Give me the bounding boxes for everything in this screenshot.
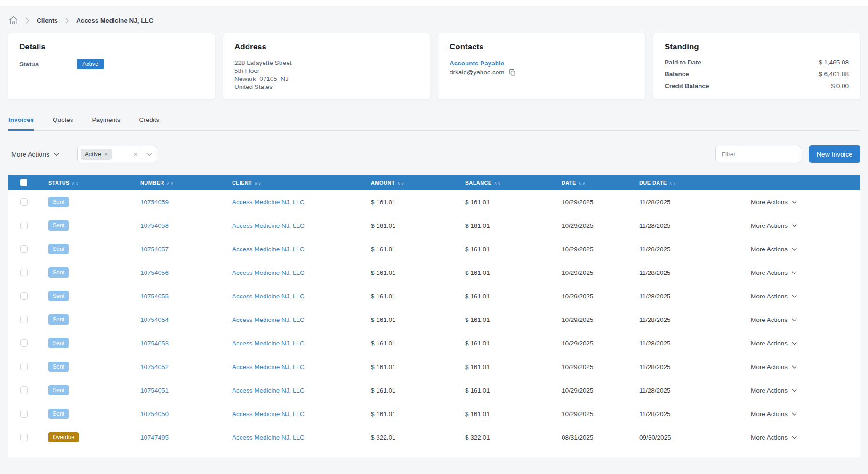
row-more-actions-button[interactable]: More Actions xyxy=(740,246,797,253)
filter-input[interactable] xyxy=(715,146,801,162)
top-strip xyxy=(0,0,868,6)
invoice-client-link[interactable]: Access Medicine NJ, LLC xyxy=(232,199,305,206)
table-row: Sent 10754054 Access Medicine NJ, LLC $ … xyxy=(8,308,860,331)
row-checkbox[interactable] xyxy=(20,386,28,394)
row-more-actions-button[interactable]: More Actions xyxy=(740,199,797,206)
invoice-client-link[interactable]: Access Medicine NJ, LLC xyxy=(232,222,305,229)
standing-row: Credit Balance$ 0.00 xyxy=(665,82,849,89)
select-all-checkbox[interactable] xyxy=(20,179,27,186)
tab-credits[interactable]: Credits xyxy=(139,112,160,131)
table-row: Sent 10754050 Access Medicine NJ, LLC $ … xyxy=(8,402,860,426)
row-checkbox[interactable] xyxy=(20,222,28,229)
invoice-number-link[interactable]: 10747495 xyxy=(140,434,169,441)
sort-icons[interactable]: ∧∨ xyxy=(579,181,586,185)
invoice-due-date: 11/28/2025 xyxy=(639,410,671,418)
chevron-down-icon xyxy=(792,248,797,251)
standing-card: Standing Paid to Date$ 1,465.08Balance$ … xyxy=(653,33,860,100)
row-more-actions-button[interactable]: More Actions xyxy=(740,363,797,370)
chevron-down-icon xyxy=(792,201,797,204)
standing-title: Standing xyxy=(665,42,849,52)
invoice-amount: $ 161.01 xyxy=(371,293,396,300)
copy-email-icon[interactable] xyxy=(508,68,516,76)
invoice-amount: $ 161.01 xyxy=(371,246,396,253)
row-checkbox[interactable] xyxy=(20,245,28,253)
invoice-due-date: 11/28/2025 xyxy=(639,293,671,300)
invoice-amount: $ 161.01 xyxy=(371,410,396,418)
invoice-number-link[interactable]: 10754057 xyxy=(140,246,169,253)
row-more-actions-button[interactable]: More Actions xyxy=(740,410,797,418)
standing-row: Paid to Date$ 1,465.08 xyxy=(665,59,849,66)
more-actions-button[interactable]: More Actions xyxy=(8,151,63,158)
column-header-date[interactable]: Date∧∨ xyxy=(561,175,638,190)
invoice-status-badge: Sent xyxy=(48,220,69,231)
invoice-amount: $ 161.01 xyxy=(371,199,396,206)
invoice-client-link[interactable]: Access Medicine NJ, LLC xyxy=(232,387,305,394)
invoice-number-link[interactable]: 10754054 xyxy=(140,316,169,323)
invoice-client-link[interactable]: Access Medicine NJ, LLC xyxy=(232,269,305,276)
column-header-due-date[interactable]: Due Date∧∨ xyxy=(638,175,739,190)
invoice-client-link[interactable]: Access Medicine NJ, LLC xyxy=(232,363,305,370)
invoice-number-link[interactable]: 10754055 xyxy=(140,293,169,300)
column-header-balance[interactable]: Balance∧∨ xyxy=(464,175,561,190)
column-header-amount[interactable]: Amount∧∨ xyxy=(370,175,464,190)
row-checkbox[interactable] xyxy=(20,316,28,323)
standing-label: Balance xyxy=(665,71,689,78)
column-header-status[interactable]: Status∧∨ xyxy=(48,175,139,190)
row-checkbox[interactable] xyxy=(20,269,28,276)
row-more-actions-button[interactable]: More Actions xyxy=(740,293,797,300)
invoice-client-link[interactable]: Access Medicine NJ, LLC xyxy=(232,410,305,418)
row-more-actions-button[interactable]: More Actions xyxy=(740,387,797,394)
sort-icons[interactable]: ∧∨ xyxy=(494,181,502,185)
invoice-date: 10/29/2025 xyxy=(562,316,594,323)
row-more-actions-label: More Actions xyxy=(751,199,788,206)
row-checkbox[interactable] xyxy=(20,434,28,441)
table-row: Sent 10754053 Access Medicine NJ, LLC $ … xyxy=(8,331,860,355)
invoice-number-link[interactable]: 10754052 xyxy=(140,363,169,370)
invoice-date: 10/29/2025 xyxy=(562,363,594,370)
chevron-down-icon xyxy=(792,389,797,392)
row-more-actions-button[interactable]: More Actions xyxy=(740,316,797,323)
tab-payments[interactable]: Payments xyxy=(92,112,121,131)
invoice-due-date: 11/28/2025 xyxy=(639,246,671,253)
row-more-actions-button[interactable]: More Actions xyxy=(740,269,797,276)
invoice-balance: $ 161.01 xyxy=(465,410,490,418)
chip-remove-icon[interactable]: × xyxy=(104,152,108,157)
row-checkbox[interactable] xyxy=(20,198,28,206)
invoice-client-link[interactable]: Access Medicine NJ, LLC xyxy=(232,293,305,300)
contact-name-link[interactable]: Accounts Payable xyxy=(450,60,504,67)
invoice-number-link[interactable]: 10754058 xyxy=(140,222,169,229)
sort-icons[interactable]: ∧∨ xyxy=(669,181,677,185)
column-header-number[interactable]: Number∧∨ xyxy=(139,175,231,190)
row-more-actions-button[interactable]: More Actions xyxy=(740,434,797,441)
breadcrumb-clients[interactable]: Clients xyxy=(37,17,58,24)
row-more-actions-label: More Actions xyxy=(751,246,788,253)
invoice-number-link[interactable]: 10754053 xyxy=(140,340,169,347)
column-label: Amount xyxy=(371,180,395,185)
tab-invoices[interactable]: Invoices xyxy=(8,112,34,131)
sort-icons[interactable]: ∧∨ xyxy=(254,181,262,185)
row-more-actions-button[interactable]: More Actions xyxy=(740,222,797,229)
invoice-number-link[interactable]: 10754050 xyxy=(140,410,169,418)
home-icon[interactable] xyxy=(8,16,18,25)
status-filter-select[interactable]: Active × × xyxy=(77,146,157,162)
tab-quotes[interactable]: Quotes xyxy=(53,112,73,131)
chevron-down-icon xyxy=(792,318,797,321)
clear-filter-icon[interactable]: × xyxy=(133,151,137,158)
invoice-number-link[interactable]: 10754056 xyxy=(140,269,169,276)
invoice-client-link[interactable]: Access Medicine NJ, LLC xyxy=(232,340,305,347)
invoice-client-link[interactable]: Access Medicine NJ, LLC xyxy=(232,316,305,323)
row-checkbox[interactable] xyxy=(20,339,28,347)
invoice-number-link[interactable]: 10754051 xyxy=(140,387,169,394)
invoice-client-link[interactable]: Access Medicine NJ, LLC xyxy=(232,434,305,441)
invoice-number-link[interactable]: 10754059 xyxy=(140,199,169,206)
row-more-actions-button[interactable]: More Actions xyxy=(740,340,797,347)
row-checkbox[interactable] xyxy=(20,292,28,300)
new-invoice-button[interactable]: New Invoice xyxy=(809,145,860,163)
column-header-client[interactable]: Client∧∨ xyxy=(231,175,370,190)
row-checkbox[interactable] xyxy=(20,410,28,418)
sort-icons[interactable]: ∧∨ xyxy=(72,181,80,185)
sort-icons[interactable]: ∧∨ xyxy=(397,181,405,185)
sort-icons[interactable]: ∧∨ xyxy=(167,181,174,185)
row-checkbox[interactable] xyxy=(20,363,28,370)
invoice-client-link[interactable]: Access Medicine NJ, LLC xyxy=(232,246,305,253)
